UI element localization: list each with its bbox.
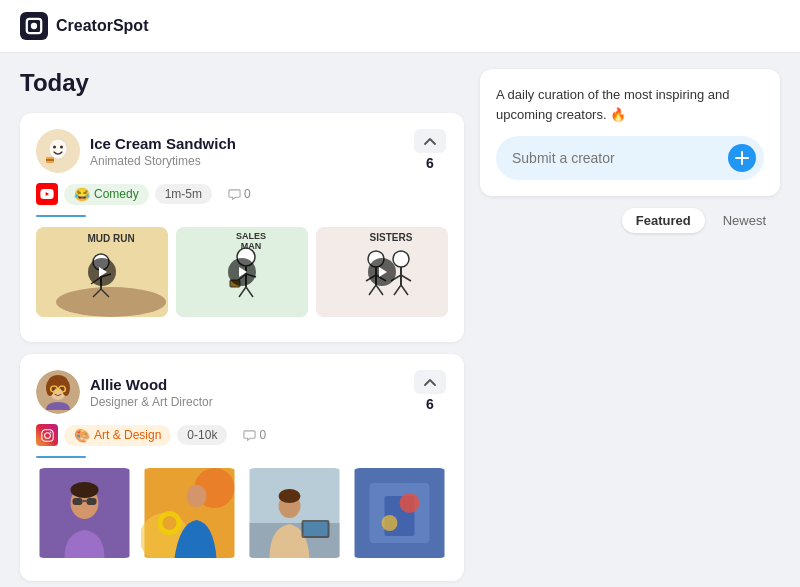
svg-point-53: [61, 388, 63, 390]
creator-text-2: Allie Wood Designer & Art Director: [90, 376, 213, 409]
tag-art-design[interactable]: 🎨 Art & Design: [64, 425, 171, 446]
youtube-icon[interactable]: [36, 183, 58, 205]
play-btn-mud-run[interactable]: [88, 258, 116, 286]
svg-point-4: [53, 146, 56, 149]
creator-subtitle-1: Animated Storytimes: [90, 154, 236, 168]
creator-text-1: Ice Cream Sandwich Animated Storytimes: [90, 135, 236, 168]
submit-box: A daily curation of the most inspiring a…: [480, 69, 780, 196]
svg-rect-57: [41, 429, 52, 440]
vote-count-2: 6: [426, 396, 434, 412]
page-title: Today: [20, 69, 464, 97]
svg-rect-77: [304, 522, 328, 536]
svg-text:MAN: MAN: [241, 241, 262, 251]
svg-rect-62: [73, 498, 83, 505]
svg-text:SALES: SALES: [236, 231, 266, 241]
header: CreatorSpot: [0, 0, 800, 53]
svg-marker-18: [99, 267, 107, 277]
logo-icon: [20, 12, 48, 40]
tags-row-1: 😂 Comedy 1m-5m 0: [36, 183, 448, 205]
creator-card-ice-cream-sandwich: Ice Cream Sandwich Animated Storytimes 6: [20, 113, 464, 342]
svg-rect-63: [87, 498, 97, 505]
art-emoji: 🎨: [74, 428, 90, 443]
svg-point-69: [187, 485, 207, 507]
creator-subtitle-2: Designer & Art Director: [90, 395, 213, 409]
svg-point-48: [46, 380, 54, 396]
app-name: CreatorSpot: [56, 17, 148, 35]
video-thumb-salesman[interactable]: SALES MAN: [176, 227, 308, 326]
avatar-2: [36, 370, 80, 414]
upvote-button-1[interactable]: [414, 129, 446, 153]
svg-point-75: [279, 489, 301, 503]
creator-info-1: Ice Cream Sandwich Animated Storytimes: [36, 129, 236, 173]
tag-comments-1: 0: [218, 184, 261, 204]
right-column: A daily curation of the most inspiring a…: [480, 69, 780, 233]
photo-thumb-4[interactable]: [351, 468, 448, 565]
photo-thumbnails: [36, 468, 448, 565]
submit-input-row: [496, 136, 764, 180]
svg-point-1: [31, 23, 37, 29]
creator-info-2: Allie Wood Designer & Art Director: [36, 370, 213, 414]
main-container: Today: [0, 53, 800, 587]
tag-comments-2: 0: [233, 425, 276, 445]
submit-creator-button[interactable]: [728, 144, 756, 172]
svg-point-83: [382, 515, 398, 531]
card-divider-2: [36, 456, 86, 458]
svg-marker-29: [239, 267, 247, 277]
instagram-icon[interactable]: [36, 424, 58, 446]
svg-point-10: [56, 287, 166, 317]
card-header-1: Ice Cream Sandwich Animated Storytimes 6: [36, 129, 448, 173]
creator-card-allie-wood: Allie Wood Designer & Art Director 6: [20, 354, 464, 581]
play-btn-sisters[interactable]: [368, 258, 396, 286]
avatar-1: [36, 129, 80, 173]
tags-row-2: 🎨 Art & Design 0-10k 0: [36, 424, 448, 446]
svg-text:SISTERS: SISTERS: [370, 232, 413, 243]
tag-duration-1: 1m-5m: [155, 184, 212, 204]
submit-creator-input[interactable]: [512, 150, 720, 166]
svg-point-5: [60, 146, 63, 149]
filter-tab-featured[interactable]: Featured: [622, 208, 705, 233]
svg-point-49: [62, 380, 70, 396]
tag-size-2: 0-10k: [177, 425, 227, 445]
vote-box-1: 6: [412, 129, 448, 171]
svg-marker-44: [379, 267, 387, 277]
photo-thumb-3[interactable]: [246, 468, 343, 565]
submit-tagline: A daily curation of the most inspiring a…: [496, 85, 764, 124]
svg-point-3: [49, 139, 67, 159]
creator-name-1: Ice Cream Sandwich: [90, 135, 236, 152]
photo-thumb-1[interactable]: [36, 468, 133, 565]
svg-point-59: [50, 431, 51, 432]
svg-point-52: [53, 388, 55, 390]
avatar-placeholder-1: [36, 129, 80, 173]
comedy-emoji: 😂: [74, 187, 90, 202]
video-thumb-mud-run[interactable]: MUD RUN: [36, 227, 168, 326]
card-divider-1: [36, 215, 86, 217]
creator-name-2: Allie Wood: [90, 376, 213, 393]
play-btn-salesman[interactable]: [228, 258, 256, 286]
svg-point-71: [163, 516, 177, 530]
photo-thumb-2[interactable]: [141, 468, 238, 565]
svg-point-65: [71, 482, 99, 498]
filter-tab-newest[interactable]: Newest: [709, 208, 780, 233]
video-thumb-sisters[interactable]: SISTERS: [316, 227, 448, 326]
card-header-2: Allie Wood Designer & Art Director 6: [36, 370, 448, 414]
svg-point-58: [44, 432, 50, 438]
left-column: Today: [20, 69, 464, 587]
tag-comedy[interactable]: 😂 Comedy: [64, 184, 149, 205]
svg-point-82: [400, 493, 420, 513]
vote-box-2: 6: [412, 370, 448, 412]
svg-rect-7: [46, 159, 54, 161]
video-thumbnails-1: MUD RUN: [36, 227, 448, 326]
svg-text:MUD RUN: MUD RUN: [87, 233, 134, 244]
upvote-button-2[interactable]: [414, 370, 446, 394]
filter-tabs: Featured Newest: [480, 208, 780, 233]
svg-point-37: [393, 251, 409, 267]
vote-count-1: 6: [426, 155, 434, 171]
